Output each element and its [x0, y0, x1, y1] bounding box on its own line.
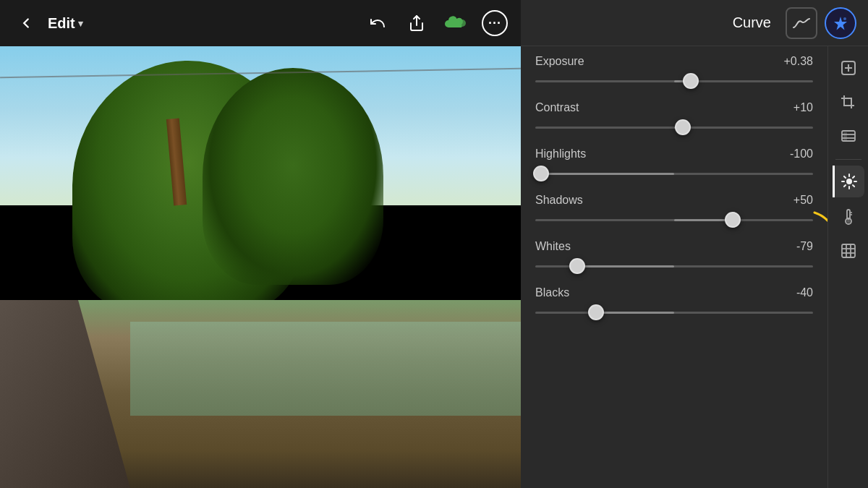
svg-rect-25: [842, 244, 855, 257]
whites-row: Whites -79: [535, 240, 813, 273]
color-tool-button[interactable]: [833, 200, 864, 232]
sliders-panel: Exposure +0.38 Contrast +10: [521, 46, 827, 488]
edit-label-text: Edit: [48, 15, 75, 32]
highlights-label: Highlights: [535, 147, 586, 160]
cloud-sync-icon[interactable]: [443, 10, 469, 36]
light-tool-button[interactable]: [833, 166, 864, 197]
whites-slider[interactable]: [535, 259, 813, 273]
svg-rect-10: [844, 133, 846, 140]
blacks-slider[interactable]: [535, 305, 813, 320]
photo-panel: Edit ▾: [0, 0, 521, 488]
healing-tool-button[interactable]: [833, 52, 864, 84]
contrast-row: Contrast +10: [535, 101, 813, 134]
edit-dropdown[interactable]: Edit ▾: [48, 15, 83, 32]
exposure-slider[interactable]: [535, 74, 813, 88]
shadows-slider[interactable]: [535, 213, 813, 227]
undo-button[interactable]: [365, 10, 391, 36]
svg-line-17: [853, 185, 854, 187]
more-icon: ···: [488, 16, 501, 31]
water: [130, 322, 521, 416]
svg-rect-20: [847, 210, 850, 219]
shadows-row: Shadows +50: [535, 194, 813, 227]
curve-tool-button[interactable]: [786, 7, 817, 39]
foliage-layer: [0, 46, 521, 335]
highlights-slider[interactable]: [535, 166, 813, 181]
shadows-label: Shadows: [535, 194, 583, 207]
side-toolbar: [827, 46, 868, 488]
svg-point-11: [846, 179, 852, 184]
whites-value: -79: [796, 240, 813, 253]
svg-line-19: [844, 185, 846, 187]
svg-line-16: [844, 176, 846, 178]
more-options-button[interactable]: ···: [482, 10, 508, 36]
whites-label: Whites: [535, 240, 571, 253]
blacks-value: -40: [796, 286, 813, 299]
highlights-value: -100: [790, 147, 813, 160]
top-bar-icons: ···: [365, 10, 508, 36]
top-bar: Edit ▾: [0, 0, 521, 46]
share-button[interactable]: [404, 10, 430, 36]
blacks-label: Blacks: [535, 286, 569, 299]
contrast-slider[interactable]: [535, 120, 813, 134]
highlights-row: Highlights -100: [535, 147, 813, 181]
presets-tool-button[interactable]: [833, 121, 864, 153]
svg-point-1: [459, 20, 466, 27]
photo-scene: [0, 0, 521, 488]
back-button[interactable]: [13, 10, 39, 36]
exposure-row: Exposure +0.38: [535, 55, 813, 88]
right-header: Curve: [521, 0, 868, 46]
curve-title: Curve: [655, 14, 778, 31]
ai-enhance-button[interactable]: [825, 7, 856, 39]
exposure-label: Exposure: [535, 55, 584, 68]
contrast-value: +10: [793, 101, 813, 114]
svg-point-22: [846, 220, 850, 223]
tree-right: [203, 68, 383, 285]
blacks-row: Blacks -40: [535, 286, 813, 320]
crop-tool-button[interactable]: [833, 87, 864, 119]
right-content: Exposure +0.38 Contrast +10: [521, 46, 868, 488]
shadows-value: +50: [793, 194, 813, 207]
contrast-label: Contrast: [535, 101, 579, 114]
geometry-tool-button[interactable]: [833, 235, 864, 267]
exposure-value: +0.38: [784, 55, 813, 68]
toolbar-divider: [835, 159, 861, 160]
right-panel: Curve Exposure +0.38: [521, 0, 868, 488]
chevron-down-icon: ▾: [78, 18, 83, 29]
svg-point-3: [843, 17, 846, 20]
svg-line-18: [853, 176, 854, 178]
